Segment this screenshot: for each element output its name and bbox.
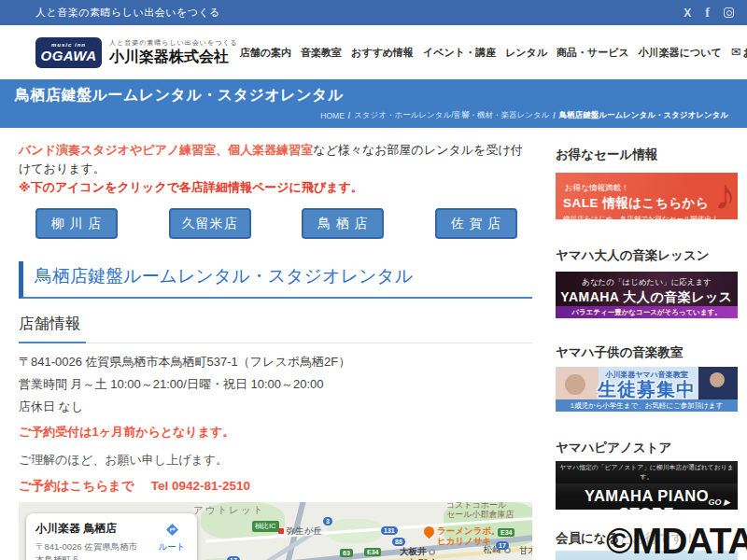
page-title-bar: 鳥栖店鍵盤ルームレンタル・スタジオレンタル HOME スタジオ・ホールレンタル/… [0, 79, 747, 128]
logo-main-text: OGAWA [40, 49, 96, 63]
nav-store-guide[interactable]: 店舗の案内 [238, 44, 293, 62]
nav-recommended[interactable]: おすすめ情報 [349, 44, 416, 62]
music-note-icon: ♪ [714, 173, 736, 219]
breadcrumb-category[interactable]: スタジオ・ホールレンタル/音響・機材・楽器レンタル [354, 110, 549, 121]
map-label-costco: コストコホールセール小郡倉庫店 [446, 502, 514, 520]
google-map-embed[interactable]: アウトレット 柚比IC 弥生が丘 コストコホールセール小郡倉庫店 ラーメンラボ。… [19, 502, 532, 560]
map-label-yayoigaoka: 弥生が丘 [278, 526, 322, 537]
route-shield-e34: E34 [498, 528, 514, 537]
sale-banner-line1: お得な情報満載！ [563, 183, 630, 194]
site-header: music inn OGAWA 人と音楽の素晴らしい出会いをつくる 小川楽器株式… [0, 25, 747, 79]
facebook-icon[interactable]: f [705, 7, 710, 20]
piano-store-banner[interactable]: ヤマハ指定の「ピアノストア」に柳川本店が選ばれております。 YAMAHA PIA… [556, 461, 738, 510]
kurume-store-button[interactable]: 久留米店 [169, 208, 251, 239]
nav-contact-label: お問い合わせ [743, 47, 747, 58]
nav-music-school[interactable]: 音楽教室 [299, 44, 344, 62]
sidebar: お得なセール情報 ♪ お得な情報満載！ SALE 情報はこちらから 柳川店をはじ… [556, 141, 738, 560]
adult-banner-line3: バラエティー豊かなコースがそろっています。 [556, 306, 738, 318]
intro-highlight: バンド演奏スタジオやピアノ練習室、個人楽器練習室 [19, 143, 313, 157]
breadcrumb-separator [553, 111, 555, 120]
main-column: バンド演奏スタジオやピアノ練習室、個人楽器練習室など様々なお部屋のレンタルを受け… [19, 141, 532, 560]
page: 人と音楽の素晴らしい出会いをつくる X f music inn OGAWA 人と… [0, 0, 747, 560]
store-buttons: 柳 川 店 久留米店 鳥 栖 店 佐 賀 店 [35, 208, 517, 239]
tel-label: ご予約はこちらまで [19, 479, 134, 493]
breadcrumb-current: 鳥栖店鍵盤ルームレンタル・スタジオレンタル [559, 110, 728, 121]
kids-school-banner[interactable]: 小川楽器ヤマハ音楽教室 生徒募集中 1歳児から小学生まで、お気軽にご参加頂けます [556, 367, 738, 412]
yanagawa-store-button[interactable]: 柳 川 店 [35, 208, 118, 239]
store-hours: 営業時間 月～土 10:00～21:00/日曜・祝日 10:00～20:00 [19, 373, 532, 396]
route-shield-131: 131 [381, 526, 398, 535]
map-badge-tsubu-ic: 柚比IC [252, 521, 279, 532]
go-button[interactable]: GO ▶ [709, 497, 730, 507]
breadcrumb: HOME スタジオ・ホールレンタル/音響・機材・楽器レンタル 鳥栖店鍵盤ルームレ… [320, 110, 728, 121]
sale-banner-line3: 柳川店をはじめ、各店舗でお得なセール開催中！ [563, 215, 730, 219]
mail-icon: ✉ [731, 45, 741, 59]
section-title: 鳥栖店鍵盤ルームレンタル・スタジオレンタル [19, 261, 532, 299]
store-info-heading: 店舗情報 [19, 314, 532, 343]
nav-contact[interactable]: ✉お問い合わせ [729, 43, 747, 62]
watermark: ©MDATA [606, 521, 747, 560]
kids-banner-line1: 小川楽器ヤマハ音楽教室 [556, 367, 738, 380]
nav-events[interactable]: イベント・講座 [421, 44, 498, 62]
company-tagline: 人と音楽の素晴らしい出会いをつくる [109, 38, 238, 48]
store-info: 〒841-0026 佐賀県鳥栖市本鳥栖町537-1（フレスポ鳥栖2F） 営業時間… [19, 351, 532, 418]
map-card-address: 〒841-0026 佐賀県鳥栖市本鳥栖町５３７−１ 2F フレスポ鳥栖 [35, 540, 146, 560]
map-route-label: ルート [156, 541, 188, 553]
train-station-icon [429, 549, 435, 555]
page-title: 鳥栖店鍵盤ルームレンタル・スタジオレンタル [15, 86, 732, 105]
topbar: 人と音楽の素晴らしい出会いをつくる X f [0, 0, 747, 25]
map-info-card: 小川楽器 鳥栖店 ルート 〒841-0026 佐賀県鳥栖市本鳥栖町５３７−１ 2… [26, 513, 197, 560]
instagram-icon[interactable] [724, 7, 734, 18]
saga-store-button[interactable]: 佐 賀 店 [435, 208, 517, 239]
kids-banner-line3: 1歳児から小学生まで、お気軽にご参加頂けます [556, 399, 738, 412]
sidebar-heading-adult-lessons: ヤマハ大人の音楽レッスン [556, 247, 738, 264]
nav-products[interactable]: 商品・サービス [555, 44, 631, 62]
route-shield-88: 88 [392, 538, 405, 546]
main-nav: 店舗の案内 音楽教室 おすすめ情報 イベント・講座 レンタル 商品・サービス 小… [238, 43, 747, 62]
adult-lessons-banner[interactable]: あなたの「はじめたい」に応えます YAMAHA 大人の音楽レッスン バラエティー… [556, 272, 738, 318]
sidebar-heading-kids-school: ヤマハ子供の音楽教室 [556, 344, 738, 361]
map-label-oitai: 大板井 [400, 547, 435, 557]
route-shield-63: 63 [340, 549, 353, 557]
company-block: 人と音楽の素晴らしい出会いをつくる 小川楽器株式会社 [109, 38, 238, 65]
intro-text: バンド演奏スタジオやピアノ練習室、個人楽器練習室など様々なお部屋のレンタルを受け… [19, 141, 532, 178]
adult-banner-line1: あなたの「はじめたい」に応えます [556, 277, 738, 288]
social-links: X f [684, 7, 734, 20]
route-shield-3: 3 [323, 517, 332, 525]
kids-banner-line2: 生徒募集中 [556, 380, 738, 399]
sale-banner-line2: SALE 情報はこちらから [563, 195, 730, 212]
route-shield-17: 17 [496, 541, 509, 550]
map-label-amagi: 甘木 [519, 546, 532, 556]
tel-line: ご予約はこちらまでTel 0942-81-2510 [19, 478, 532, 495]
sale-banner[interactable]: ♪ お得な情報満載！ SALE 情報はこちらから 柳川店をはじめ、各店舗でお得な… [556, 173, 738, 219]
intro-note: ※下のアイコンをクリックで各店詳細情報ページに飛びます。 [19, 178, 532, 197]
directions-icon [165, 523, 179, 537]
map-route-button[interactable]: ルート [156, 523, 188, 553]
sidebar-heading-sale: お得なセール情報 [556, 147, 738, 163]
nav-rental[interactable]: レンタル [503, 44, 549, 62]
tosu-store-button[interactable]: 鳥 栖 店 [302, 208, 384, 239]
piano-banner-line1: ヤマハ指定の「ピアノストア」に柳川本店が選ばれております。 [556, 461, 738, 483]
tel-number: Tel 0942-81-2510 [151, 479, 250, 493]
reservation-note: ご予約受付は1ヶ月前からとなります。 [19, 424, 532, 441]
content: バンド演奏スタジオやピアノ練習室、個人楽器練習室など様々なお部屋のレンタルを受け… [0, 128, 747, 560]
train-station-icon [278, 528, 284, 534]
store-holiday: 店休日 なし [19, 396, 532, 418]
route-shield-e34: E34 [364, 548, 381, 556]
map-label-outlet: アウトレット [193, 504, 264, 515]
ogawa-logo[interactable]: music inn OGAWA [35, 37, 102, 68]
site-tagline: 人と音楽の素晴らしい出会いをつくる [35, 6, 220, 20]
route-shield-17: 17 [227, 556, 240, 560]
breadcrumb-separator [348, 111, 350, 120]
nav-about[interactable]: 小川楽器について [637, 44, 724, 62]
understanding-note: ご理解のほど、お願い申し上げます。 [19, 452, 532, 469]
x-twitter-icon[interactable]: X [684, 7, 691, 19]
breadcrumb-home[interactable]: HOME [320, 111, 345, 120]
company-name: 小川楽器株式会社 [109, 48, 238, 65]
sidebar-heading-piano-store: ヤマハピアノストア [556, 440, 738, 456]
store-address: 〒841-0026 佐賀県鳥栖市本鳥栖町537-1（フレスポ鳥栖2F） [19, 351, 532, 373]
